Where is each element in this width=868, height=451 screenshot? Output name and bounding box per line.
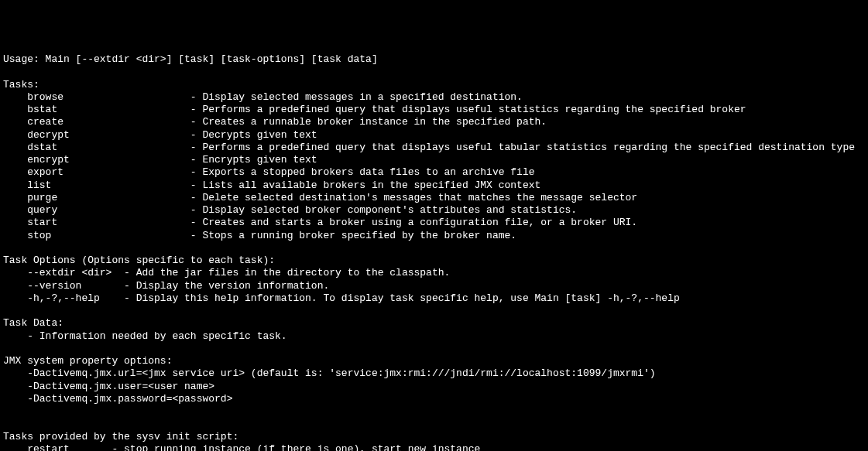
terminal-output: Usage: Main [--extdir <dir>] [task] [tas… xyxy=(3,53,868,451)
